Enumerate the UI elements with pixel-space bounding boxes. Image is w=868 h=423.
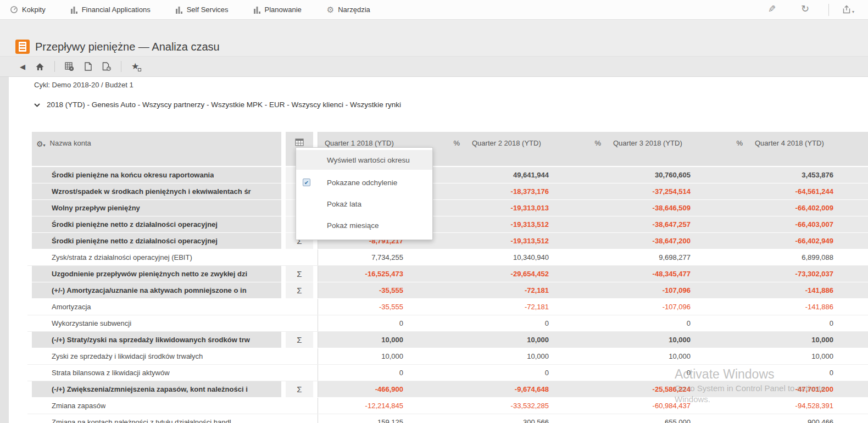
new-document-icon[interactable] <box>84 62 92 71</box>
value-cell-pct <box>554 315 607 331</box>
table-row[interactable]: Wykorzystanie subwencji 0 0 0 0 <box>27 315 868 332</box>
nav-item-financial-applications[interactable]: Financial Applications <box>71 5 151 14</box>
value-cell-q1: -16,525,473 <box>318 266 409 282</box>
menu-item[interactable]: ✔ Wyświetl wartości okresu <box>296 150 432 170</box>
column-header-q2[interactable]: Quarter 2 2018 (YTD) <box>465 132 554 166</box>
account-name-header[interactable]: ⚙▾ Nazwa konta <box>32 132 281 166</box>
sigma-icon: Σ <box>286 381 313 397</box>
checkbox-checked-icon[interactable]: ✔ <box>303 179 310 186</box>
value-cell-q4: -141,886 <box>748 299 839 315</box>
table-row[interactable]: Wolny przepływ pieniężny -19,313,013 -38… <box>27 200 868 216</box>
value-cell-q2: 300,566 <box>465 414 554 423</box>
account-name: (-/+) Zwiększenia/zmniejszenia zapasów, … <box>52 385 248 393</box>
value-cell-pct <box>409 414 465 423</box>
account-name: Amortyzacja <box>52 303 91 311</box>
report-icon <box>15 40 30 54</box>
value-cell-q3: 0 <box>607 315 696 331</box>
table-row[interactable]: (+/-) Amortyzacja/uznanie na aktywach po… <box>27 282 868 299</box>
account-name: Uzgodnienie przepływów pieniężnych netto… <box>52 270 247 278</box>
table-row[interactable]: Zmiana zapasów -12,214,845 -33,532,285 -… <box>27 398 868 414</box>
nav-item-label: Self Services <box>187 5 229 14</box>
value-cell-q1: 0 <box>318 315 409 331</box>
value-cell-q2: -72,181 <box>465 299 554 315</box>
bar-chart-icon <box>71 6 78 14</box>
value-cell-q3: 0 <box>607 365 696 381</box>
value-cell-q1: 7,734,255 <box>318 249 409 265</box>
value-cell-pct <box>696 183 748 199</box>
menu-item[interactable]: ✔ Pokaż lata <box>296 193 432 215</box>
home-icon[interactable] <box>35 63 44 71</box>
value-cell-pct <box>696 381 748 397</box>
value-cell-pct <box>554 183 607 199</box>
sigma-icon <box>286 414 313 423</box>
table-row[interactable]: (-/+) Straty/zyski na sprzedaży likwidow… <box>27 332 868 348</box>
nav-item-self-services[interactable]: Self Services <box>176 5 229 14</box>
left-gutter <box>0 77 9 423</box>
value-cell-q4: -66,402,949 <box>748 233 839 249</box>
document-refresh-icon[interactable] <box>102 62 111 71</box>
table-row[interactable]: Uzgodnienie przepływów pieniężnych netto… <box>27 266 868 282</box>
value-cell-q2: -19,313,512 <box>465 233 554 249</box>
pov-filter-row[interactable]: 2018 (YTD) - Genesis Auto - Wszyscy part… <box>34 99 401 109</box>
nav-item-planowanie[interactable]: Planowanie <box>254 5 302 14</box>
value-cell-pct <box>554 216 607 232</box>
value-cell-q4: 3,453,876 <box>748 167 839 183</box>
column-header-q4[interactable]: Quarter 4 2018 (YTD) <box>748 132 839 166</box>
menu-item[interactable]: ✔ Pokazane odchylenie <box>296 172 432 193</box>
table-row[interactable]: Strata bilansowa z likwidacji aktywów 0 … <box>27 365 868 381</box>
value-cell-pct <box>696 315 748 331</box>
account-name: Zmiana zapasów <box>52 402 105 410</box>
column-header-pct[interactable]: % <box>554 132 607 166</box>
table-row[interactable]: Środki pieniężne netto z działalności op… <box>27 216 868 233</box>
value-cell-q2: 10,000 <box>465 332 554 348</box>
column-header-pct[interactable]: % <box>696 132 748 166</box>
table-row[interactable]: Amortyzacja -35,555 -72,181 -107,096 -14… <box>27 299 868 315</box>
value-cell-q1: 159,125 <box>318 414 409 423</box>
table-row[interactable]: Środki pieniężne na końcu okresu raporto… <box>27 167 868 183</box>
value-cell-q4: 10,000 <box>748 332 839 348</box>
table-row[interactable]: Zysk/strata z działalności operacyjnej (… <box>27 249 868 266</box>
value-cell-pct <box>554 414 607 423</box>
value-cell-q3: -25,586,224 <box>607 381 696 397</box>
table-row[interactable]: Zyski ze sprzedaży i likwidacji środków … <box>27 348 868 365</box>
table-row[interactable]: Zmiana na kontach należności z tytułu dz… <box>27 414 868 423</box>
edit-pencil-icon[interactable]: ✎ <box>768 4 776 14</box>
value-cell-q3: -38,646,509 <box>607 200 696 216</box>
nav-item-narzedzia[interactable]: ⚙ Narzędzia <box>327 5 370 15</box>
refresh-icon[interactable]: ↻ <box>801 4 809 14</box>
value-cell-pct <box>554 167 607 183</box>
table-row[interactable]: Środki pieniężne netto z działalności op… <box>27 233 868 249</box>
table-row[interactable]: (-/+) Zwiększenia/zmniejszenia zapasów, … <box>27 381 868 398</box>
table-row[interactable]: Wzrost/spadek w środkach pieniężnych i e… <box>27 183 868 200</box>
column-settings-gear-icon[interactable]: ⚙▾ <box>36 139 46 149</box>
value-cell-pct <box>409 365 465 381</box>
account-name: Zmiana na kontach należności z tytułu dz… <box>52 418 231 423</box>
value-cell-pct <box>554 348 607 364</box>
sigma-icon: Σ <box>286 266 313 282</box>
menu-item[interactable]: ✔ Pokaż miesiące <box>296 215 432 236</box>
nav-item-label: Narzędzia <box>338 5 370 14</box>
nav-item-kokpity[interactable]: Kokpity <box>10 5 46 14</box>
share-export-icon[interactable]: ▾ <box>842 5 854 14</box>
favorites-star-icon[interactable]: ★ <box>131 62 139 71</box>
column-header-q3[interactable]: Quarter 3 2018 (YTD) <box>607 132 696 166</box>
value-cell-pct <box>409 398 465 414</box>
back-icon[interactable]: ◀ <box>20 63 25 70</box>
value-cell-q2: -19,313,512 <box>465 216 554 232</box>
calendar-grid-icon[interactable] <box>295 138 304 148</box>
value-cell-pct <box>409 315 465 331</box>
excel-export-icon[interactable] <box>65 62 74 71</box>
sigma-icon <box>286 299 313 315</box>
value-cell-q1: -12,214,845 <box>318 398 409 414</box>
menu-item-label: Pokaż miesiące <box>327 221 379 230</box>
account-name: Środki pieniężne netto z działalności op… <box>52 220 218 229</box>
value-cell-q3: -60,984,437 <box>607 398 696 414</box>
account-name: Zyski ze sprzedaży i likwidacji środków … <box>52 352 203 360</box>
sigma-icon: Σ <box>286 332 313 348</box>
account-name: Zysk/strata z działalności operacyjnej (… <box>52 253 192 261</box>
sigma-icon <box>286 348 313 364</box>
value-cell-q4: -64,561,244 <box>748 183 839 199</box>
value-cell-pct <box>696 332 748 348</box>
toolbar-divider <box>54 61 55 72</box>
menu-item-label: Wyświetl wartości okresu <box>327 156 410 164</box>
